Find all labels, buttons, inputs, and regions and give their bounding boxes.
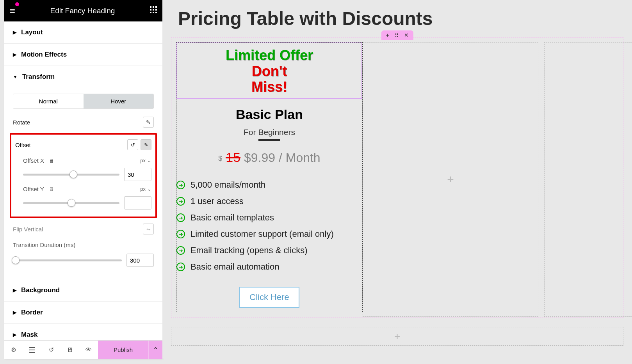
pricing-column-3-empty[interactable]: [544, 42, 632, 317]
caret-down-icon: ▼: [13, 74, 18, 80]
editor-sidebar: ≡ Edit Fancy Heading ▶Layout ▶Motion Eff…: [4, 0, 162, 359]
rotate-row: Rotate ✎: [4, 113, 162, 131]
slider-thumb[interactable]: [12, 256, 20, 264]
offset-edit-button[interactable]: ✎: [141, 139, 151, 150]
pricing-column-1[interactable]: Limited Offer Don't Miss! Basic Plan For…: [176, 42, 363, 312]
section-layout[interactable]: ▶Layout: [4, 21, 162, 44]
offset-x-label: Offset X: [23, 157, 44, 164]
offset-y-label: Offset Y: [23, 186, 44, 192]
offset-y-row: Offset Y🖥 px ⌄: [11, 183, 155, 212]
state-tabs: Normal Hover: [13, 94, 154, 109]
navigator-icon[interactable]: [23, 341, 42, 359]
svg-rect-5: [155, 9, 157, 11]
publish-options-button[interactable]: ⌃: [148, 341, 162, 359]
chevron-down-icon: ⌄: [147, 158, 151, 163]
canvas: Pricing Table with Discounts + ⠿ ✕ Limit…: [162, 0, 632, 359]
section-label: Border: [21, 309, 43, 316]
cta-button[interactable]: Click Here: [239, 287, 299, 308]
offset-y-input[interactable]: [124, 196, 151, 210]
svg-rect-7: [153, 12, 154, 13]
check-circle-icon: ➜: [176, 181, 185, 189]
feature-list: ➜5,000 emails/month ➜1 user access ➜Basi…: [176, 177, 362, 275]
plan-divider: [258, 139, 280, 141]
offset-panel: Offset ↺ ✎ Offset X🖥 px ⌄ Offset Y: [10, 133, 157, 218]
feature-item: ➜Basic email templates: [176, 210, 362, 226]
section-handle: + ⠿ ✕: [381, 30, 413, 40]
flip-vertical-button[interactable]: ⥊: [143, 224, 154, 234]
plan-name: Basic Plan: [176, 107, 362, 122]
svg-rect-0: [150, 6, 151, 8]
offer-line1: Don't: [184, 64, 354, 79]
sidebar-header: ≡ Edit Fancy Heading: [4, 0, 162, 21]
price-original: 15: [226, 150, 240, 165]
section-background[interactable]: ▶Background: [4, 279, 162, 302]
transition-label: Transition Duration (ms): [13, 241, 154, 248]
feature-item: ➜Limited customer support (email only): [176, 226, 362, 242]
svg-rect-4: [153, 9, 154, 11]
feature-item: ➜1 user access: [176, 193, 362, 210]
slider-thumb[interactable]: [68, 199, 75, 207]
desktop-icon[interactable]: 🖥: [49, 186, 54, 192]
preview-icon[interactable]: 👁: [79, 341, 98, 359]
rotate-edit-button[interactable]: ✎: [143, 117, 154, 128]
transition-slider[interactable]: [13, 259, 122, 261]
transition-input[interactable]: [126, 254, 154, 267]
section-label: Transform: [22, 73, 55, 81]
slider-thumb[interactable]: [69, 170, 77, 178]
offset-x-input[interactable]: [124, 168, 151, 181]
section-mask[interactable]: ▶Mask: [4, 324, 162, 340]
caret-right-icon: ▶: [13, 288, 16, 293]
add-widget-icon[interactable]: +: [447, 173, 454, 186]
sidebar-title: Edit Fancy Heading: [50, 7, 115, 15]
settings-icon[interactable]: ⚙: [4, 341, 23, 359]
offset-x-slider[interactable]: [23, 174, 119, 176]
responsive-icon[interactable]: 🖥: [61, 341, 79, 359]
svg-rect-2: [155, 6, 157, 8]
pricing-column-2-empty[interactable]: +: [363, 42, 538, 317]
section-add-button[interactable]: +: [386, 32, 389, 38]
rotate-label: Rotate: [13, 119, 30, 126]
section-border[interactable]: ▶Border: [4, 302, 162, 324]
section-label: Background: [21, 286, 60, 294]
section-list: ▶Layout ▶Motion Effects ▼Transform Norma…: [4, 21, 162, 340]
section-label: Mask: [21, 331, 38, 339]
section-close-button[interactable]: ✕: [404, 32, 409, 38]
feature-item: ➜Basic email automation: [176, 259, 362, 275]
section-label: Layout: [21, 28, 43, 36]
caret-right-icon: ▶: [13, 30, 16, 35]
offset-reset-button[interactable]: ↺: [127, 139, 138, 150]
pricing-section[interactable]: + ⠿ ✕ Limited Offer Don't Miss! Basic Pl…: [171, 37, 623, 318]
section-motion-effects[interactable]: ▶Motion Effects: [4, 44, 162, 66]
offer-heading[interactable]: Limited Offer Don't Miss!: [176, 43, 362, 99]
widgets-grid-icon[interactable]: [150, 6, 157, 15]
section-drag-handle[interactable]: ⠿: [395, 32, 399, 38]
history-icon[interactable]: ↺: [42, 341, 61, 359]
chevron-down-icon: ⌄: [147, 186, 151, 192]
section-label: Motion Effects: [21, 51, 67, 59]
feature-item: ➜5,000 emails/month: [176, 177, 362, 193]
svg-rect-8: [155, 12, 157, 13]
caret-right-icon: ▶: [13, 52, 16, 57]
offset-y-unit-select[interactable]: px ⌄: [140, 186, 151, 192]
price-line: $ 15 $9.99 / Month: [176, 150, 362, 165]
flip-vertical-row: Flip Vertical ⥊: [4, 220, 162, 238]
price-currency: $: [218, 154, 222, 162]
svg-rect-6: [150, 12, 151, 13]
check-circle-icon: ➜: [176, 246, 185, 255]
check-circle-icon: ➜: [176, 197, 185, 206]
add-section-button[interactable]: +: [171, 327, 623, 346]
tab-hover[interactable]: Hover: [84, 94, 154, 108]
hamburger-icon[interactable]: ≡: [10, 5, 15, 16]
section-transform[interactable]: ▼Transform: [4, 66, 162, 88]
desktop-icon[interactable]: 🖥: [49, 158, 54, 164]
offset-y-slider[interactable]: [23, 202, 119, 204]
offset-x-unit-select[interactable]: px ⌄: [140, 158, 151, 163]
svg-rect-1: [153, 6, 154, 8]
feature-item: ➜Email tracking (opens & clicks): [176, 242, 362, 259]
transition-duration-row: Transition Duration (ms): [4, 238, 162, 270]
publish-button[interactable]: Publish: [98, 341, 148, 359]
tab-normal[interactable]: Normal: [13, 94, 84, 108]
offset-label: Offset: [15, 142, 31, 148]
bottom-toolbar: ⚙ ↺ 🖥 👁 Publish ⌃: [4, 340, 162, 359]
price-current: $9.99 / Month: [244, 151, 320, 165]
